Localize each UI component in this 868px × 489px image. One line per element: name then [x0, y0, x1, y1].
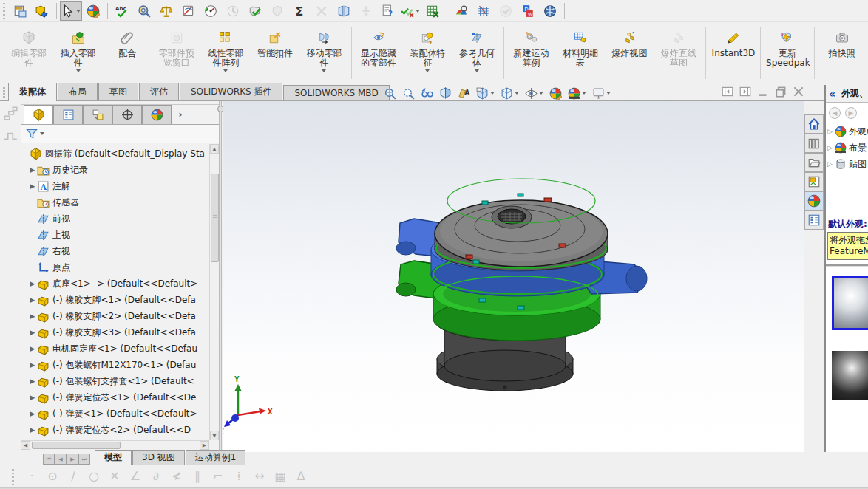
toolbar-button[interactable] — [222, 1, 244, 21]
exploded-stack-icon[interactable] — [2, 106, 18, 122]
expand-arrow-icon[interactable]: ▶ — [28, 329, 37, 336]
snap-tool-icon[interactable]: ∆ — [294, 469, 308, 483]
tree-item[interactable]: 上视 — [21, 227, 209, 243]
panel-tab[interactable] — [24, 105, 53, 124]
snap-tool-icon[interactable]: ⁞ — [232, 469, 245, 483]
filter-dropdown-caret-icon[interactable] — [40, 132, 44, 135]
toolbar-button[interactable] — [399, 1, 421, 21]
snap-tool-icon[interactable]: ∕ — [67, 469, 80, 483]
expand-arrow-icon[interactable]: ▶ — [28, 361, 37, 369]
ribbon-button[interactable]: 参考几何体 — [452, 24, 502, 85]
taskpane-tab-button[interactable] — [804, 153, 824, 172]
filter-funnel-icon[interactable] — [25, 127, 38, 140]
headsup-button[interactable] — [523, 86, 546, 101]
expand-arrow-icon[interactable]: ▶ — [28, 182, 37, 190]
tree-item[interactable]: 传感器 — [21, 194, 209, 211]
panel-tab[interactable] — [142, 105, 172, 124]
dropdown-caret-icon[interactable] — [76, 69, 81, 72]
panel-splitter[interactable] — [219, 101, 222, 452]
ribbon-button[interactable]: 爆炸直线草图 — [654, 24, 704, 85]
ribbon-button[interactable]: * 新建运动算例 — [506, 24, 556, 85]
tab-scroll-button[interactable]: ⏮ — [43, 454, 55, 465]
collapse-pane-icon[interactable]: « — [829, 88, 835, 100]
panel-tabs-overflow-button[interactable]: › — [172, 105, 189, 124]
toolbar-button[interactable] — [539, 1, 561, 21]
snap-tool-icon[interactable]: · — [25, 469, 38, 483]
command-tab[interactable]: SOLIDWORKS MBD — [283, 85, 389, 100]
tree-item[interactable]: ▶ (-) 橡胶支脚<1> (Default<<Defa — [21, 292, 209, 308]
taskpane-tab-button[interactable] — [804, 191, 824, 211]
expand-arrow-icon[interactable]: ▷ — [827, 144, 833, 151]
toolbar-button[interactable] — [200, 1, 222, 21]
tab-scroll-button[interactable]: ⏭ — [78, 454, 90, 465]
task-pane-tree-item[interactable]: ▷ 外观(color) — [826, 123, 868, 140]
ribbon-button[interactable]: 装配体特征 — [403, 24, 452, 85]
scrollbar-thumb[interactable] — [211, 174, 219, 262]
taskpane-tab-button[interactable] — [804, 211, 824, 230]
tree-horizontal-scrollbar[interactable]: ◀ ▶ — [21, 440, 209, 450]
toolbar-button[interactable] — [355, 1, 377, 21]
step-profile-icon[interactable] — [2, 128, 18, 144]
tree-item[interactable]: ▶ 底座<1> -> (Default<<Default> — [21, 276, 209, 292]
expand-arrow-icon[interactable]: ▶ — [28, 377, 37, 385]
toolbar-button[interactable] — [133, 1, 155, 21]
scroll-up-button[interactable]: ▲ — [210, 144, 219, 154]
toolbar-button[interactable]: Σ — [288, 1, 311, 21]
panel-tab[interactable] — [53, 105, 83, 124]
snap-tool-icon[interactable]: ∠ — [129, 469, 142, 483]
window-control-button[interactable] — [793, 86, 804, 98]
toolbar-drag-handle[interactable] — [1, 1, 7, 21]
headsup-button[interactable] — [382, 86, 399, 101]
headsup-button[interactable] — [418, 86, 435, 101]
dropdown-caret-icon[interactable] — [425, 69, 430, 72]
scroll-right-button[interactable]: ▶ — [200, 441, 209, 450]
dropdown-caret-icon[interactable] — [223, 69, 228, 72]
headsup-button[interactable] — [498, 86, 521, 101]
snap-tool-icon[interactable]: ▦ — [274, 469, 287, 483]
toolbar-button[interactable] — [82, 1, 104, 21]
toolbar-button[interactable] — [421, 1, 444, 21]
dropdown-caret-icon[interactable] — [582, 92, 586, 95]
toolbar-button[interactable] — [333, 1, 355, 21]
tree-item[interactable]: 右视 — [21, 243, 209, 259]
toolbar-button[interactable] — [311, 1, 333, 21]
expand-arrow-icon[interactable]: ▶ — [28, 345, 37, 352]
ribbon-button[interactable]: 配合 — [103, 24, 152, 85]
dropdown-caret-icon[interactable] — [539, 92, 543, 95]
ribbon-button[interactable]: 爆炸视图 — [605, 24, 654, 85]
toolbar-button[interactable] — [31, 1, 53, 21]
ribbon-button[interactable]: 材料明细表 — [556, 24, 606, 85]
dropdown-caret-icon[interactable] — [76, 10, 81, 13]
ribbon-button[interactable]: 拍快照 — [817, 24, 867, 85]
graphics-viewport[interactable]: Y X Z — [223, 101, 804, 452]
tree-item[interactable]: ▶ 电机固定座<1> (Default<<Defau — [21, 341, 209, 357]
toolbar-button[interactable] — [266, 1, 288, 21]
command-tab[interactable]: 草图 — [98, 83, 138, 100]
command-tab[interactable]: SOLIDWORKS 插件 — [180, 83, 282, 100]
tree-item[interactable]: ▶ (-) 橡胶支脚<3> (Default<<Defa — [21, 324, 209, 341]
toolbar-drag-handle[interactable] — [10, 468, 16, 485]
nav-forward-button[interactable]: ▶ — [845, 107, 857, 119]
headsup-button[interactable] — [566, 86, 589, 101]
headsup-button[interactable]: A — [455, 86, 472, 101]
document-tab[interactable]: 3D 视图 — [132, 450, 185, 465]
scrollbar-thumb[interactable] — [32, 442, 121, 449]
toolbar-button[interactable]: Abc — [111, 1, 133, 21]
task-pane-tree-item[interactable]: ▷ 布景 — [826, 140, 868, 156]
snap-tool-icon[interactable]: ✕ — [108, 469, 121, 483]
tree-item[interactable]: 原点 — [21, 259, 209, 276]
taskpane-tab-button[interactable] — [804, 172, 824, 191]
tree-item[interactable]: ▶ (-) 弹簧<1> (Default<<Default> — [21, 406, 209, 422]
tree-item[interactable]: ▶ (-) 包装螺钉支撑套<1> (Default< — [21, 373, 209, 389]
headsup-button[interactable] — [547, 86, 564, 101]
expand-arrow-icon[interactable]: ▶ — [28, 410, 37, 417]
snap-tool-icon[interactable]: ≮ — [170, 469, 183, 483]
expand-arrow-icon[interactable]: ▶ — [28, 296, 37, 304]
snap-tool-icon[interactable]: ⊙ — [46, 469, 59, 483]
toolbar-button[interactable] — [9, 1, 31, 21]
command-tab[interactable]: 布局 — [58, 83, 98, 100]
toolbar-button[interactable]: ? — [377, 1, 399, 21]
expand-arrow-icon[interactable]: ▷ — [827, 160, 833, 168]
dropdown-caret-icon[interactable] — [515, 92, 519, 95]
toolbar-button[interactable] — [450, 1, 472, 21]
